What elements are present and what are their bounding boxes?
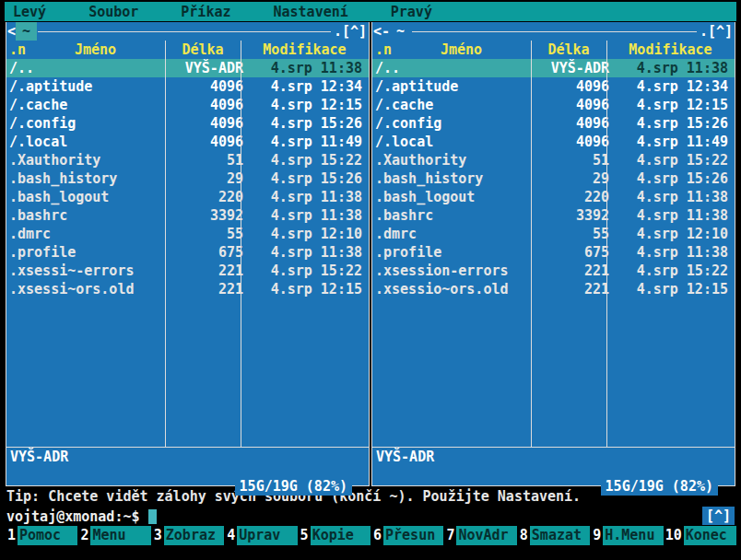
file-row[interactable]: /.cache 4096 4.srp 12:15 [372,96,735,114]
function-key-bar: 1 Pomoc 2 Menu 3 Zobraz 4 Uprav 5 Kopie … [5,526,736,545]
fnkey-number: 5 [298,526,311,545]
file-row[interactable]: .xsessi~ors.old 221 4.srp 12:15 [6,280,369,298]
file-row[interactable]: .profile 675 4.srp 11:38 [6,243,369,262]
file-mtime: 4.srp 15:26 [248,114,369,133]
fnkey-edit[interactable]: 4 Uprav [224,526,297,545]
file-row[interactable]: .bash_logout 220 4.srp 11:38 [6,188,369,206]
file-mtime: 4.srp 11:38 [614,206,735,225]
file-row[interactable]: /.config 4096 4.srp 15:26 [372,114,735,133]
menu-bar: Levý Soubor Příkaz Nastavení Pravý [5,2,736,21]
file-mtime: 4.srp 12:15 [248,280,369,298]
terminal: Levý Soubor Příkaz Nastavení Pravý < ~ .… [0,0,741,560]
file-mtime: 4.srp 15:22 [614,262,735,280]
file-size: VYŠ-ADR [534,59,614,77]
file-size: 221 [168,280,248,298]
current-dir-tab[interactable]: ~ [16,22,37,41]
file-row[interactable]: .bash_logout 220 4.srp 11:38 [372,188,735,206]
file-row[interactable]: /.cache 4096 4.srp 12:15 [6,96,369,114]
file-name: /.. [6,59,168,77]
file-row[interactable]: .bash_history 29 4.srp 15:26 [372,169,735,188]
file-name: /.aptitude [6,77,168,96]
file-mtime: 4.srp 12:15 [248,96,369,114]
file-row[interactable]: .profile 675 4.srp 11:38 [372,243,735,262]
fnkey-mkdir[interactable]: 7 NovAdr [443,526,516,545]
file-row[interactable]: .dmrc 55 4.srp 12:10 [6,225,369,243]
column-separator [165,41,166,447]
frame-line [412,31,697,32]
fnkey-menu[interactable]: 2 Menu [77,526,150,545]
column-header-mtime[interactable]: Modifikace [241,41,369,59]
fnkey-number: 7 [443,526,456,545]
column-header-name[interactable]: Jméno [26,41,165,59]
file-row[interactable]: /.local 4096 4.srp 11:49 [372,133,735,151]
file-row[interactable]: /.aptitude 4096 4.srp 12:34 [6,77,369,96]
file-mtime: 4.srp 12:10 [248,225,369,243]
file-row[interactable]: .xsessio~ors.old 221 4.srp 12:15 [372,280,735,298]
fnkey-label: Uprav [237,526,297,545]
file-mtime: 4.srp 11:38 [248,59,369,77]
file-name: .dmrc [6,225,168,243]
file-row[interactable]: .xsessi~-errors 221 4.srp 15:22 [6,262,369,280]
fnkey-copy[interactable]: 5 Kopie [298,526,370,545]
file-name: /.cache [372,96,534,114]
fnkey-view[interactable]: 3 Zobraz [151,526,224,545]
file-name: .profile [6,243,168,262]
file-row[interactable]: .bashrc 3392 4.srp 11:38 [6,206,369,225]
file-size: 4096 [168,114,248,133]
fnkey-label: Přesun [383,526,443,545]
file-row[interactable]: /.aptitude 4096 4.srp 12:34 [372,77,735,96]
file-row[interactable]: /.config 4096 4.srp 15:26 [6,114,369,133]
fnkey-number: 4 [224,526,237,545]
file-row[interactable]: .dmrc 55 4.srp 12:10 [372,225,735,243]
fnkey-number: 9 [590,526,603,545]
fnkey-label: Smazat [530,526,590,545]
fnkey-move[interactable]: 6 Přesun [370,526,443,545]
panel-toggle-icon[interactable]: [^] [702,507,735,525]
file-size: 55 [534,225,614,243]
file-mtime: 4.srp 12:15 [614,280,735,298]
current-dir-tab[interactable]: ~ [390,22,411,41]
file-size: 220 [534,188,614,206]
file-row[interactable]: /.. VYŠ-ADR 4.srp 11:38 [6,59,369,77]
file-size: 3392 [534,206,614,225]
fnkey-quit[interactable]: 10 Konec [664,526,736,545]
fnkey-delete[interactable]: 8 Smazat [517,526,590,545]
panel-maximize-icon[interactable]: .[^] [332,22,369,41]
column-header-name[interactable]: Jméno [392,41,531,59]
menu-nastaveni[interactable]: Nastavení [265,3,357,21]
panel-maximize-icon[interactable]: .[^] [698,22,735,41]
file-row[interactable]: .xsession-errors 221 4.srp 15:22 [372,262,735,280]
file-mtime: 4.srp 11:38 [248,243,369,262]
file-name: .bash_logout [372,188,534,206]
command-line[interactable]: vojtaj@xmonad:~$ [^] [5,507,736,526]
menu-prikaz[interactable]: Příkaz [172,3,239,21]
menu-pravy[interactable]: Pravý [382,3,441,21]
menu-levy[interactable]: Levý [5,3,54,21]
file-row[interactable]: .bash_history 29 4.srp 15:26 [6,169,369,188]
column-header-mtime[interactable]: Modifikace [606,41,735,59]
menu-soubor[interactable]: Soubor [80,3,147,21]
column-headers: .n Jméno Délka Modifikace [6,41,369,59]
history-arrow-icon[interactable]: <- [372,22,390,41]
column-header-size[interactable]: Délka [531,41,606,59]
file-size: 3392 [168,206,248,225]
file-size: 220 [168,188,248,206]
column-separator [241,41,241,447]
column-headers: .n Jméno Délka Modifikace [372,41,735,59]
file-row[interactable]: .Xauthority 51 4.srp 15:22 [6,151,369,169]
file-mtime: 4.srp 12:34 [614,77,735,96]
file-name: /.config [6,114,168,133]
column-header-size[interactable]: Délka [165,41,241,59]
file-row[interactable]: .Xauthority 51 4.srp 15:22 [372,151,735,169]
fnkey-help[interactable]: 1 Pomoc [5,526,77,545]
file-mtime: 4.srp 11:38 [248,188,369,206]
history-arrow-icon[interactable]: < [6,22,16,41]
file-name: .bash_history [372,169,534,188]
file-row[interactable]: .bashrc 3392 4.srp 11:38 [372,206,735,225]
file-row[interactable]: /.local 4096 4.srp 11:49 [6,133,369,151]
file-size: 4096 [168,96,248,114]
fnkey-hmenu[interactable]: 9 H.Menu [590,526,663,545]
panel-title: < ~ .[^] [6,22,369,41]
file-row[interactable]: /.. VYŠ-ADR 4.srp 11:38 [372,59,735,77]
file-name: /.cache [6,96,168,114]
